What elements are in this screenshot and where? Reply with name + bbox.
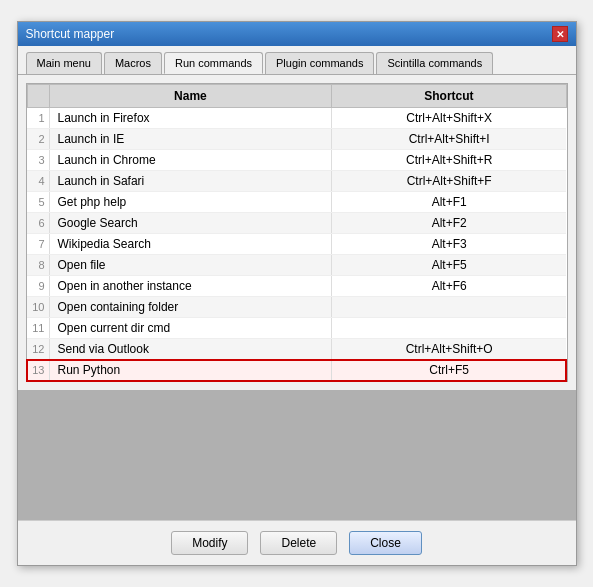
row-shortcut: Alt+F2 xyxy=(332,213,566,234)
row-number: 8 xyxy=(27,255,49,276)
row-number: 3 xyxy=(27,150,49,171)
row-name: Run Python xyxy=(49,360,332,381)
table-row[interactable]: 11Open current dir cmd xyxy=(27,318,566,339)
content-area: Name Shortcut 1Launch in FirefoxCtrl+Alt… xyxy=(18,75,576,390)
tabs-bar: Main menu Macros Run commands Plugin com… xyxy=(18,46,576,75)
row-number: 9 xyxy=(27,276,49,297)
tab-run-commands[interactable]: Run commands xyxy=(164,52,263,74)
tab-macros[interactable]: Macros xyxy=(104,52,162,74)
row-name: Open in another instance xyxy=(49,276,332,297)
tab-scintilla-commands[interactable]: Scintilla commands xyxy=(376,52,493,74)
row-name: Get php help xyxy=(49,192,332,213)
table-header-row: Name Shortcut xyxy=(27,85,566,108)
row-shortcut xyxy=(332,297,566,318)
col-name-header: Name xyxy=(49,85,332,108)
row-name: Launch in IE xyxy=(49,129,332,150)
gray-area xyxy=(18,390,576,520)
row-number: 4 xyxy=(27,171,49,192)
table-body: 1Launch in FirefoxCtrl+Alt+Shift+X2Launc… xyxy=(27,108,566,381)
close-button[interactable]: ✕ xyxy=(552,26,568,42)
tab-main-menu[interactable]: Main menu xyxy=(26,52,102,74)
table-row[interactable]: 6Google SearchAlt+F2 xyxy=(27,213,566,234)
table-row[interactable]: 4Launch in SafariCtrl+Alt+Shift+F xyxy=(27,171,566,192)
row-name: Open containing folder xyxy=(49,297,332,318)
window-title: Shortcut mapper xyxy=(26,27,115,41)
row-name: Open current dir cmd xyxy=(49,318,332,339)
row-shortcut: Ctrl+Alt+Shift+F xyxy=(332,171,566,192)
table-row[interactable]: 10Open containing folder xyxy=(27,297,566,318)
row-shortcut: Ctrl+Alt+Shift+X xyxy=(332,108,566,129)
modify-button[interactable]: Modify xyxy=(171,531,248,555)
row-shortcut xyxy=(332,318,566,339)
row-number: 7 xyxy=(27,234,49,255)
row-shortcut: Ctrl+Alt+Shift+R xyxy=(332,150,566,171)
row-shortcut: Alt+F3 xyxy=(332,234,566,255)
table-row[interactable]: 13Run PythonCtrl+F5 xyxy=(27,360,566,381)
delete-button[interactable]: Delete xyxy=(260,531,337,555)
row-shortcut: Ctrl+Alt+Shift+I xyxy=(332,129,566,150)
table-row[interactable]: 2Launch in IECtrl+Alt+Shift+I xyxy=(27,129,566,150)
row-name: Launch in Firefox xyxy=(49,108,332,129)
row-name: Wikipedia Search xyxy=(49,234,332,255)
shortcut-table: Name Shortcut 1Launch in FirefoxCtrl+Alt… xyxy=(27,84,567,381)
row-number: 1 xyxy=(27,108,49,129)
table-row[interactable]: 7Wikipedia SearchAlt+F3 xyxy=(27,234,566,255)
row-name: Open file xyxy=(49,255,332,276)
row-number: 12 xyxy=(27,339,49,360)
row-shortcut: Ctrl+F5 xyxy=(332,360,566,381)
row-shortcut: Alt+F1 xyxy=(332,192,566,213)
row-name: Google Search xyxy=(49,213,332,234)
col-num-header xyxy=(27,85,49,108)
shortcut-mapper-window: Shortcut mapper ✕ Main menu Macros Run c… xyxy=(17,21,577,566)
table-row[interactable]: 1Launch in FirefoxCtrl+Alt+Shift+X xyxy=(27,108,566,129)
tab-plugin-commands[interactable]: Plugin commands xyxy=(265,52,374,74)
row-shortcut: Ctrl+Alt+Shift+O xyxy=(332,339,566,360)
row-number: 11 xyxy=(27,318,49,339)
title-bar: Shortcut mapper ✕ xyxy=(18,22,576,46)
table-row[interactable]: 3Launch in ChromeCtrl+Alt+Shift+R xyxy=(27,150,566,171)
row-name: Launch in Safari xyxy=(49,171,332,192)
close-button-footer[interactable]: Close xyxy=(349,531,422,555)
row-shortcut: Alt+F5 xyxy=(332,255,566,276)
title-bar-controls: ✕ xyxy=(552,26,568,42)
row-shortcut: Alt+F6 xyxy=(332,276,566,297)
row-number: 2 xyxy=(27,129,49,150)
row-number: 6 xyxy=(27,213,49,234)
table-row[interactable]: 12Send via OutlookCtrl+Alt+Shift+O xyxy=(27,339,566,360)
row-number: 5 xyxy=(27,192,49,213)
footer: Modify Delete Close xyxy=(18,520,576,565)
col-shortcut-header: Shortcut xyxy=(332,85,566,108)
row-number: 10 xyxy=(27,297,49,318)
row-name: Launch in Chrome xyxy=(49,150,332,171)
table-row[interactable]: 9Open in another instanceAlt+F6 xyxy=(27,276,566,297)
table-row[interactable]: 5Get php helpAlt+F1 xyxy=(27,192,566,213)
shortcut-table-container: Name Shortcut 1Launch in FirefoxCtrl+Alt… xyxy=(26,83,568,382)
row-number: 13 xyxy=(27,360,49,381)
row-name: Send via Outlook xyxy=(49,339,332,360)
table-row[interactable]: 8Open fileAlt+F5 xyxy=(27,255,566,276)
